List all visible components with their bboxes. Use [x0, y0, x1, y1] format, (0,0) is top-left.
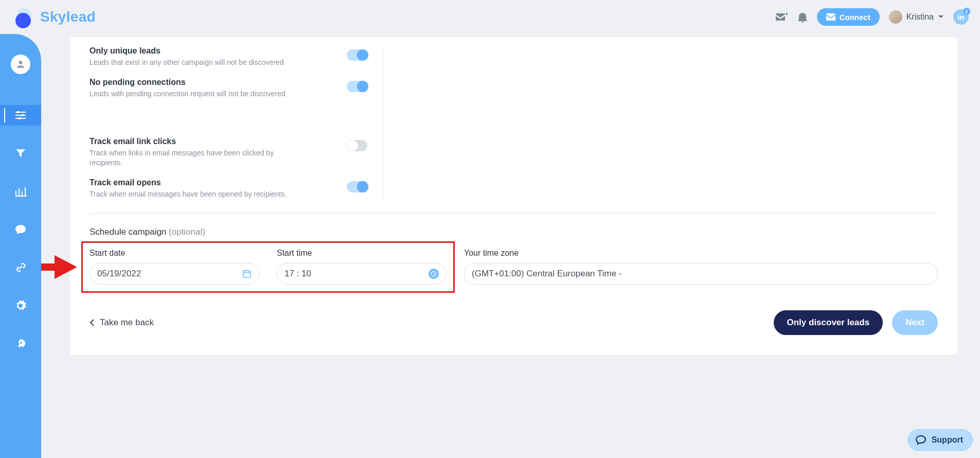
option-track-opens: Track email opens Track when email messa…: [90, 178, 367, 199]
svg-rect-3: [243, 271, 251, 277]
next-label: Next: [905, 318, 924, 328]
sidebar-item-settings[interactable]: [0, 105, 41, 126]
sidebar-item-launch[interactable]: [0, 333, 41, 354]
schedule-optional: (optional): [169, 227, 205, 237]
start-date-label: Start date: [90, 249, 259, 258]
main-layout: Only unique leads Leads that exist in an…: [0, 34, 980, 458]
chevron-down-icon: [938, 15, 944, 19]
brand-name: Skylead: [40, 9, 96, 25]
start-time-col: Start time 17 : 10: [277, 249, 447, 285]
option-track-clicks: Track email link clicks Track when links…: [90, 137, 367, 168]
option-desc: Leads with pending connection request wi…: [90, 89, 295, 99]
schedule-heading: Schedule campaign (optional): [90, 227, 938, 237]
back-link[interactable]: Take me back: [90, 318, 154, 328]
options-column: Only unique leads Leads that exist in an…: [90, 46, 367, 199]
option-desc: Track when email messages have been open…: [90, 189, 295, 199]
svg-rect-0: [17, 111, 19, 113]
discover-label: Only discover leads: [787, 318, 870, 328]
sidebar-item-gear[interactable]: [0, 295, 41, 316]
linkedin-badge[interactable]: in 1: [953, 9, 969, 25]
option-title: Track email opens: [90, 178, 337, 187]
option-no-pending: No pending connections Leads with pendin…: [90, 78, 367, 99]
svg-rect-1: [22, 114, 24, 116]
support-button[interactable]: Support: [907, 429, 973, 451]
back-label: Take me back: [100, 318, 154, 328]
sidebar-nav: [0, 105, 41, 354]
start-time-label: Start time: [277, 249, 447, 258]
option-title: Only unique leads: [90, 46, 337, 56]
connect-label: Connect: [840, 13, 870, 22]
top-right: Connect Kristina in 1: [775, 8, 969, 26]
brand-logo-icon: [15, 8, 34, 26]
start-time-input[interactable]: 17 : 10: [277, 263, 447, 285]
footer-actions: Only discover leads Next: [774, 310, 938, 335]
svg-rect-5: [41, 263, 55, 271]
vertical-divider: [383, 46, 383, 199]
option-desc: Leads that exist in any other campaign w…: [90, 58, 295, 67]
timezone-label: Your time zone: [464, 249, 938, 258]
schedule-row: Start date 05/19/2022 Start time 17 : 10: [90, 249, 938, 285]
start-date-input[interactable]: 05/19/2022: [90, 263, 259, 285]
start-date-value: 05/19/2022: [97, 269, 141, 279]
svg-rect-2: [19, 117, 21, 119]
start-time-value: 17 : 10: [284, 269, 311, 279]
send-mail-icon[interactable]: [775, 12, 788, 22]
linkedin-icon: in: [957, 13, 964, 22]
next-button[interactable]: Next: [892, 310, 938, 335]
chat-bubble-icon: [915, 435, 926, 445]
sidebar-item-integrations[interactable]: [0, 257, 41, 278]
user-menu[interactable]: Kristina: [889, 10, 944, 24]
timezone-value: (GMT+01:00) Central European Time -: [472, 269, 621, 279]
clock-icon: [429, 269, 439, 279]
avatar: [889, 10, 902, 24]
option-desc: Track when links in email messages have …: [90, 148, 295, 168]
option-unique-leads: Only unique leads Leads that exist in an…: [90, 46, 367, 67]
discover-button[interactable]: Only discover leads: [774, 310, 883, 335]
sidebar-item-filter[interactable]: [0, 143, 41, 164]
card-footer: Take me back Only discover leads Next: [90, 310, 938, 335]
bell-icon[interactable]: [797, 11, 808, 23]
connect-button[interactable]: Connect: [817, 8, 880, 26]
timezone-col: Your time zone (GMT+01:00) Central Europ…: [464, 249, 938, 285]
support-label: Support: [932, 435, 963, 445]
start-date-col: Start date 05/19/2022: [90, 249, 259, 285]
brand: Skylead: [15, 8, 96, 26]
content: Only unique leads Leads that exist in an…: [41, 34, 980, 458]
toggle-track-clicks[interactable]: [347, 140, 367, 151]
badge-count: 1: [963, 8, 970, 15]
sidebar-item-chat[interactable]: [0, 219, 41, 240]
option-title: Track email link clicks: [90, 137, 337, 146]
mail-icon: [826, 13, 835, 21]
chevron-left-icon: [90, 319, 95, 327]
sidebar-item-reports[interactable]: [0, 181, 41, 202]
sidebar-profile-button[interactable]: [11, 55, 30, 74]
user-name: Kristina: [906, 12, 934, 22]
schedule-heading-text: Schedule campaign: [90, 227, 166, 237]
option-title: No pending connections: [90, 78, 337, 87]
timezone-select[interactable]: (GMT+01:00) Central European Time -: [464, 263, 938, 285]
settings-card: Only unique leads Leads that exist in an…: [70, 37, 957, 355]
toggle-no-pending[interactable]: [347, 81, 367, 92]
calendar-icon: [242, 269, 252, 278]
campaign-options: Only unique leads Leads that exist in an…: [90, 46, 938, 199]
sidebar: [0, 34, 41, 458]
toggle-track-opens[interactable]: [347, 181, 367, 192]
toggle-unique-leads[interactable]: [347, 49, 367, 61]
horizontal-divider: [90, 213, 938, 214]
top-bar: Skylead Connect Kristina in 1: [0, 0, 980, 34]
